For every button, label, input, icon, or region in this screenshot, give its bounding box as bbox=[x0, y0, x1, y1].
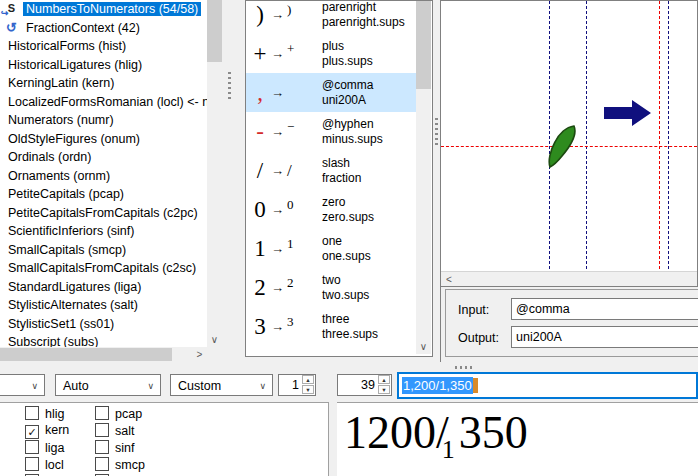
feature-checkbox-liga[interactable]: liga bbox=[25, 440, 69, 457]
language-combobox[interactable]: Auto ∨ bbox=[55, 374, 161, 396]
substitution-vscrollbar[interactable]: ∨ bbox=[416, 1, 431, 354]
feature-list-item[interactable]: ScientificInferiors (sinf) bbox=[0, 222, 207, 241]
arrow-icon: → bbox=[271, 280, 284, 295]
substitution-row[interactable]: /→/slashfraction bbox=[246, 151, 416, 190]
feature-list-item[interactable]: Subscript (subs) bbox=[0, 333, 207, 347]
horizontal-splitter-grip[interactable] bbox=[455, 366, 475, 369]
glyph-pair: 2→2 bbox=[252, 268, 322, 307]
substitution-row[interactable]: 0→0zerozero.sups bbox=[246, 190, 416, 229]
feature-list-item[interactable]: OldStyleFigures (onum) bbox=[0, 130, 207, 149]
glyph-names: @hyphenminus.sups bbox=[322, 117, 383, 147]
checkbox[interactable] bbox=[25, 457, 39, 471]
input-glyph-name: @hyphen bbox=[322, 117, 383, 132]
feature-list-item[interactable]: ↺FractionContext (42) bbox=[0, 19, 207, 38]
feature-item-label: OldStyleFigures (onum) bbox=[5, 132, 143, 146]
scroll-down-icon[interactable]: ∨ bbox=[207, 332, 222, 347]
script-combobox[interactable]: ∨ bbox=[0, 374, 45, 396]
feature-list-item[interactable]: LocalizedFormsRomanian (locl) <- not bbox=[0, 93, 207, 112]
spin-down-icon[interactable]: ▼ bbox=[378, 385, 390, 394]
glyph-pair: )→) bbox=[252, 0, 322, 34]
substitution-row[interactable]: 2→2twotwo.sups bbox=[246, 268, 416, 307]
feature-list-vscrollbar[interactable]: ∨ bbox=[207, 0, 222, 347]
scroll-left-icon[interactable]: < bbox=[446, 274, 452, 285]
guide-line-blue bbox=[586, 1, 587, 269]
preview-hscrollbar[interactable]: < bbox=[441, 271, 697, 286]
feature-list-item[interactable]: HistoricalForms (hist) bbox=[0, 37, 207, 56]
feature-list-item[interactable]: StylisticAlternates (salt) bbox=[0, 296, 207, 315]
feature-checkbox-kern[interactable]: ✓kern bbox=[25, 423, 69, 440]
combo-value: Custom bbox=[178, 379, 221, 393]
size-mode-combobox[interactable]: Custom ∨ bbox=[170, 374, 273, 396]
feature-item-label: KerningLatin (kern) bbox=[5, 76, 117, 90]
checkbox[interactable] bbox=[95, 440, 109, 454]
preview-toolbar: ∨ Auto ∨ Custom ∨ 1 ▲ ▼ 39 ▲ ▼ 1,200/1,3… bbox=[0, 372, 698, 402]
feature-checkbox-sinf[interactable]: sinf bbox=[95, 440, 145, 457]
input-field[interactable]: @comma bbox=[511, 298, 698, 320]
feature-checkbox-hlig[interactable]: hlig bbox=[25, 406, 69, 423]
fraction-preview: 1200/1350 bbox=[344, 407, 528, 466]
feature-item-label: PetiteCapitalsFromCapitals (c2pc) bbox=[5, 206, 201, 220]
io-panel: Input: @comma Output: uni200A bbox=[440, 287, 698, 362]
panel-splitter-grip[interactable] bbox=[228, 72, 231, 100]
substitution-row[interactable]: +→+plusplus.sups bbox=[246, 34, 416, 73]
hscroll-thumb[interactable] bbox=[0, 348, 172, 361]
feature-list-item[interactable]: StylisticSet1 (ss01) bbox=[0, 315, 207, 334]
checkbox[interactable] bbox=[95, 406, 109, 420]
input-glyph-name: plus bbox=[322, 39, 373, 54]
panel-splitter-grip[interactable] bbox=[435, 118, 438, 146]
feature-list-item[interactable]: Ornaments (ornm) bbox=[0, 167, 207, 186]
checkbox[interactable] bbox=[95, 423, 109, 437]
vscroll-thumb[interactable] bbox=[416, 1, 431, 89]
feature-checkbox-smcp[interactable]: smcp bbox=[95, 457, 145, 474]
checkbox[interactable] bbox=[95, 457, 109, 471]
scroll-down-icon[interactable]: ∨ bbox=[416, 340, 431, 354]
sample-text-input[interactable]: 1,200/1,350 bbox=[397, 372, 698, 399]
feature-list-item[interactable]: StandardLigatures (liga) bbox=[0, 278, 207, 297]
checkbox-label: pcap bbox=[115, 407, 142, 421]
spin-down-icon[interactable]: ▼ bbox=[302, 385, 314, 394]
glyph-names: plusplus.sups bbox=[322, 39, 373, 69]
spin-up-icon[interactable]: ▲ bbox=[302, 375, 314, 384]
feature-list-item[interactable]: KerningLatin (kern) bbox=[0, 74, 207, 93]
feature-list-item[interactable]: Ordinals (ordn) bbox=[0, 148, 207, 167]
checkbox[interactable] bbox=[25, 440, 39, 454]
substitution-row[interactable]: 3→3threethree.sups bbox=[246, 307, 416, 346]
feature-list-item[interactable]: HistoricalLigatures (hlig) bbox=[0, 56, 207, 75]
input-glyph-name: two bbox=[322, 273, 369, 288]
feature-checkbox-salt[interactable]: salt bbox=[95, 423, 145, 440]
checkbox-label: kern bbox=[45, 423, 69, 437]
feature-item-label: Ordinals (ordn) bbox=[5, 150, 94, 164]
substitution-row[interactable]: 1→1oneone.sups bbox=[246, 229, 416, 268]
feature-list-item[interactable]: SNumbersToNumerators (54/58) bbox=[0, 0, 207, 19]
feature-list-item[interactable]: PetiteCapitalsFromCapitals (c2pc) bbox=[0, 204, 207, 223]
feature-item-label: LocalizedFormsRomanian (locl) <- not bbox=[5, 95, 207, 109]
substitution-row[interactable]: ,→@commauni200A bbox=[246, 73, 416, 112]
glyph-preview-canvas[interactable]: < bbox=[440, 0, 698, 287]
input-glyph: 0 bbox=[252, 197, 268, 223]
vscroll-thumb[interactable] bbox=[207, 0, 222, 62]
checkbox[interactable] bbox=[25, 406, 39, 420]
font-size-spinner[interactable]: 39 ▲ ▼ bbox=[337, 374, 392, 396]
feature-list-hscrollbar[interactable]: > bbox=[0, 347, 207, 362]
feature-checkbox-locl[interactable]: locl bbox=[25, 457, 69, 474]
feature-list-item[interactable]: SmallCapitalsFromCapitals (c2sc) bbox=[0, 259, 207, 278]
chevron-down-icon: ∨ bbox=[31, 375, 38, 397]
substitution-row[interactable]: -→−@hyphenminus.sups bbox=[246, 112, 416, 151]
checkbox-label: smcp bbox=[115, 458, 145, 472]
feature-list-item[interactable]: Numerators (numr) bbox=[0, 111, 207, 130]
arrow-icon: → bbox=[271, 124, 284, 139]
feature-list-item[interactable]: SmallCapitals (smcp) bbox=[0, 241, 207, 260]
count-spinner[interactable]: 1 ▲ ▼ bbox=[278, 374, 316, 396]
checkbox[interactable]: ✓ bbox=[25, 425, 39, 439]
spin-up-icon[interactable]: ▲ bbox=[378, 375, 390, 384]
guide-line-blue bbox=[668, 1, 669, 269]
checkbox-label: hlig bbox=[45, 407, 64, 421]
output-glyph-name: three.sups bbox=[322, 327, 378, 342]
input-glyph: 3 bbox=[252, 314, 268, 340]
substitution-row[interactable]: )→)parenrightparenright.sups bbox=[246, 0, 416, 34]
output-field[interactable]: uni200A bbox=[511, 326, 698, 348]
spinner-value: 39 bbox=[361, 375, 375, 395]
feature-list-item[interactable]: PetiteCapitals (pcap) bbox=[0, 185, 207, 204]
feature-checkbox-pcap[interactable]: pcap bbox=[95, 406, 145, 423]
scroll-right-icon[interactable]: > bbox=[192, 347, 207, 362]
